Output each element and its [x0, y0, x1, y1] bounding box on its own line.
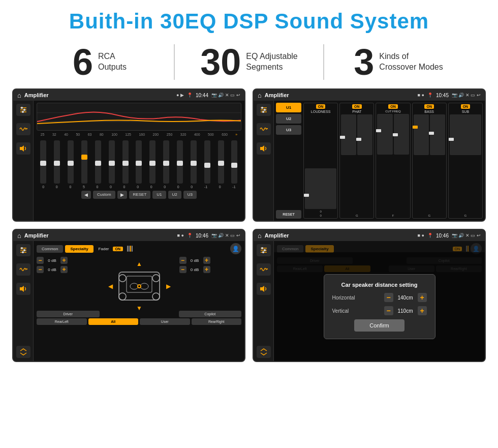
app-name-2: Amplifier: [265, 92, 415, 98]
sidebar-btn-eq2[interactable]: [257, 104, 271, 116]
home-icon-3[interactable]: ⌂: [17, 232, 21, 240]
btn-copilot[interactable]: Copilot: [179, 311, 242, 317]
status-icons-2: ■ ●: [418, 93, 424, 98]
status-bar-4: ⌂ Amplifier ■ ● 📍 10:46 📷 🔊 ✕ ▭ ↩: [254, 230, 485, 241]
svg-point-21: [23, 249, 25, 251]
eq-slider-4[interactable]: [95, 140, 101, 184]
sidebar-btn-eq4[interactable]: [257, 244, 271, 256]
eq-slider-7[interactable]: [136, 140, 142, 184]
fader-label: Fader: [99, 247, 109, 251]
svg-point-43: [262, 251, 264, 253]
eq-slider-1[interactable]: [54, 140, 60, 184]
eq-u1-btn[interactable]: U1: [152, 191, 166, 199]
eq-next-btn[interactable]: ▶: [117, 191, 127, 199]
sidebar-btn-eq[interactable]: [16, 104, 30, 116]
eq-slider-10[interactable]: [177, 140, 183, 184]
svg-text:▲: ▲: [136, 260, 142, 267]
eq-reset-btn[interactable]: RESET: [129, 191, 151, 199]
home-icon-4[interactable]: ⌂: [258, 232, 262, 240]
left-sidebar-3: [13, 241, 34, 361]
vol-minus-1[interactable]: −: [37, 257, 44, 264]
eq-prev-btn[interactable]: ◀: [81, 191, 91, 199]
eq-slider-14[interactable]: [231, 140, 237, 184]
stat-rca: 6 RCAOutputs: [30, 44, 169, 80]
eq-slider-3[interactable]: [81, 140, 87, 184]
left-sidebar-4: [254, 241, 274, 361]
vol-plus-2[interactable]: +: [60, 266, 68, 273]
home-icon-2[interactable]: ⌂: [258, 92, 262, 99]
svg-point-14: [264, 109, 266, 111]
s3-volume-controls: − 0 dB + − 0 dB +: [37, 257, 99, 308]
eq-slider-6[interactable]: [122, 140, 129, 184]
btn-driver[interactable]: Driver: [37, 311, 100, 317]
svg-point-15: [262, 111, 264, 113]
vol-minus-3[interactable]: −: [179, 257, 186, 264]
eq-slider-0[interactable]: [40, 140, 46, 184]
sidebar-btn-vol3[interactable]: [16, 283, 30, 295]
btn-all[interactable]: All: [88, 318, 139, 325]
sidebar-btn-wave3[interactable]: [16, 263, 30, 276]
eq-values: 000500000000-10-1: [37, 185, 241, 189]
eq-slider-5[interactable]: [109, 140, 115, 184]
eq-slider-8[interactable]: [149, 140, 155, 184]
eq-u3-btn[interactable]: U3: [183, 191, 197, 199]
sidebar-btn-wave[interactable]: [16, 123, 30, 135]
reset-btn[interactable]: RESET: [276, 210, 301, 219]
eq-slider-9[interactable]: [163, 140, 169, 184]
sidebar-btn-wave4[interactable]: [257, 263, 271, 276]
home-icon-1[interactable]: ⌂: [17, 92, 21, 99]
sidebar-btn-vol4[interactable]: [257, 283, 271, 295]
dialog-horizontal-plus[interactable]: +: [418, 293, 427, 302]
btn-user[interactable]: User: [140, 318, 190, 325]
svg-text:▼: ▼: [136, 305, 142, 312]
vol-value-4: 0 dB: [189, 267, 201, 272]
btn-rearright[interactable]: RearRight: [192, 318, 242, 325]
preset-u2[interactable]: U2: [276, 114, 301, 124]
sidebar-btn-eq3[interactable]: [16, 244, 30, 256]
app-name-4: Amplifier: [265, 232, 415, 238]
channel-on-sub[interactable]: ON: [461, 104, 471, 109]
vol-row-4: − 0 dB +: [179, 266, 242, 273]
tab-common-3[interactable]: Common: [37, 245, 63, 253]
vol-plus-3[interactable]: +: [203, 257, 210, 264]
tab-specialty-3[interactable]: Specialty: [65, 245, 93, 253]
sidebar-btn-expand3[interactable]: [16, 346, 30, 358]
dialog-horizontal-minus[interactable]: −: [384, 293, 393, 302]
channel-on-phat[interactable]: ON: [352, 104, 362, 109]
confirm-button[interactable]: Confirm: [354, 319, 404, 332]
sidebar-btn-vol[interactable]: [16, 142, 30, 155]
vol-minus-2[interactable]: −: [37, 266, 44, 273]
user-icon-3[interactable]: 👤: [230, 243, 241, 254]
eq-slider-2[interactable]: [68, 140, 74, 184]
dialog-vertical-plus[interactable]: +: [418, 306, 427, 315]
vol-minus-4[interactable]: −: [179, 266, 186, 273]
time-1: 10:44: [196, 93, 208, 98]
eq-u2-btn[interactable]: U2: [168, 191, 181, 199]
sidebar-btn-vol2[interactable]: [257, 142, 271, 155]
vol-plus-1[interactable]: +: [60, 257, 68, 264]
channel-on-bass[interactable]: ON: [424, 104, 434, 109]
channel-cutfreq: ON CUT FREQ F: [376, 103, 410, 219]
eq-slider-12[interactable]: [204, 140, 210, 184]
dialog-vertical-minus[interactable]: −: [384, 306, 393, 315]
vol-plus-4[interactable]: +: [203, 266, 210, 273]
svg-point-27: [140, 283, 148, 289]
sidebar-btn-expand4[interactable]: [257, 346, 271, 358]
dialog-horizontal-label: Horizontal: [332, 295, 381, 301]
stat-rca-text: RCAOutputs: [98, 51, 127, 73]
preset-u1[interactable]: U1: [276, 103, 301, 112]
stat-divider-2: [323, 44, 324, 80]
channel-on-cutfreq[interactable]: ON: [388, 104, 398, 109]
eq-slider-13[interactable]: [218, 140, 224, 184]
status-icons-1: ● ▶: [176, 93, 184, 98]
sidebar-btn-wave2[interactable]: [257, 123, 271, 135]
eq-preset-custom[interactable]: Custom: [93, 191, 115, 199]
fader-on-badge[interactable]: ON: [113, 247, 123, 251]
btn-rearleft[interactable]: RearLeft: [37, 318, 87, 325]
preset-u3[interactable]: U3: [276, 125, 301, 135]
eq-slider-11[interactable]: [191, 140, 197, 184]
stat-crossover-text: Kinds ofCrossover Modes: [379, 51, 443, 73]
channel-on-loudness[interactable]: ON: [316, 104, 326, 109]
channel-bass: ON BASS G: [412, 103, 447, 219]
status-icons-4: ■ ●: [418, 233, 424, 238]
